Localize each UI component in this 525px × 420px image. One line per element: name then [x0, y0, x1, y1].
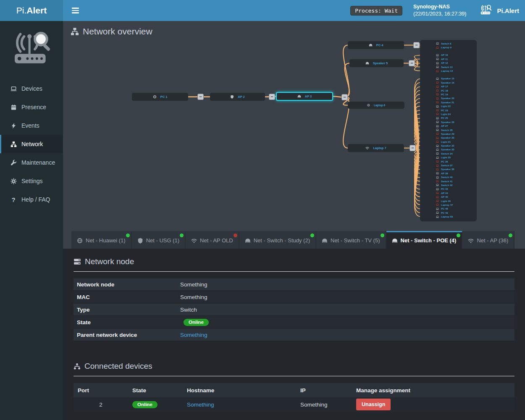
menu-toggle-button[interactable]: [66, 8, 85, 13]
device-icon: [436, 211, 439, 214]
device-leaf-switch-42[interactable]: Switch 42: [420, 183, 477, 187]
device-leaf-speaker-16[interactable]: Speaker 16: [420, 81, 477, 84]
unassign-button[interactable]: Unassign: [356, 399, 391, 410]
device-leaf-pc-19[interactable]: PC 19: [420, 92, 477, 96]
device-leaf-switch-41[interactable]: Switch 41: [420, 179, 477, 183]
device-leaf-ap-12[interactable]: AP 12: [420, 61, 477, 65]
device-leaf-ap-17[interactable]: AP 17: [420, 85, 477, 89]
device-leaf-pc-43[interactable]: PC 43: [420, 187, 477, 191]
sidebar-item-presence[interactable]: Presence: [0, 98, 63, 116]
device-leaf-speaker-29[interactable]: Speaker 29: [420, 132, 477, 136]
device-icon: [436, 184, 439, 186]
device-leaf-speaker-38[interactable]: Speaker 38: [420, 168, 477, 171]
device-leaf-pc-48[interactable]: PC 48: [420, 207, 477, 211]
collapse-button[interactable]: −: [341, 94, 348, 100]
sidebar-item-network[interactable]: Network: [0, 135, 63, 153]
device-leaf-light-22[interactable]: Light 22: [420, 104, 477, 108]
column-header-ip: IP: [296, 387, 353, 394]
device-leaf-speaker-30[interactable]: Speaker 30: [420, 136, 477, 140]
device-leaf-switch-34[interactable]: Switch 34: [420, 152, 477, 155]
device-label: Laptop 9: [441, 46, 452, 49]
device-leaf-speaker-32[interactable]: Speaker 32: [420, 144, 477, 147]
device-leaf-ap-11[interactable]: AP 11: [420, 57, 477, 61]
tab-net-switch-study-2[interactable]: Net - Switch - Study (2): [239, 231, 316, 249]
device-label: Speaker 29: [441, 133, 454, 135]
collapse-button[interactable]: −: [269, 94, 275, 100]
device-leaf-speaker-33[interactable]: Speaker 33: [420, 148, 477, 152]
tab-net-switch-poe-4[interactable]: Net - Switch - POE (4): [386, 231, 463, 249]
main-content: Network overview PC 1AP 2AP 3PC 4Speaker…: [63, 21, 525, 420]
tab-net-switch-tv-5[interactable]: Net - Switch - TV (5): [316, 231, 386, 249]
collapse-button[interactable]: −: [410, 145, 416, 151]
device-leaf-pc-36[interactable]: PC 36: [420, 160, 477, 163]
device-leaf-light-46[interactable]: Light 46: [420, 199, 477, 203]
sidebar-item-devices[interactable]: Devices: [0, 79, 63, 98]
network-node-laptop-6[interactable]: Laptop 6: [348, 102, 404, 109]
node-label: AP 3: [305, 94, 312, 98]
row-value-text: Something: [180, 294, 207, 300]
tab-net-ap-old[interactable]: Net - AP OLD: [186, 231, 239, 249]
device-leaf-speaker-20[interactable]: Speaker 20: [420, 97, 477, 100]
device-leaf-light-24[interactable]: Light 24: [420, 112, 477, 116]
sidebar-item-events[interactable]: Events: [0, 116, 63, 135]
sitemap-icon: [10, 141, 17, 147]
collapse-button[interactable]: −: [409, 60, 415, 66]
brand-prefix: Pi.: [16, 5, 27, 16]
device-leaf-speaker-15[interactable]: Speaker 15: [420, 77, 477, 81]
network-node-ap-2[interactable]: AP 2: [210, 93, 265, 101]
device-label: Laptop 50: [441, 215, 453, 218]
device-leaf-light-31[interactable]: Light 31: [420, 140, 477, 144]
device-leaf-switch-37[interactable]: Switch 37: [420, 163, 477, 167]
device-leaf-speaker-21[interactable]: Speaker 21: [420, 100, 477, 104]
device-leaf-ap-27[interactable]: AP 27: [420, 124, 477, 128]
device-label: PC 25: [441, 117, 448, 119]
device-leaf-laptop-9[interactable]: Laptop 9: [420, 45, 477, 49]
brand-logo[interactable]: Pi.Alert: [0, 0, 63, 21]
row-label: Parent network device: [74, 332, 179, 338]
sidebar-item-label: Maintenance: [21, 159, 55, 166]
device-leaf-speaker-26[interactable]: Speaker 26: [420, 120, 477, 124]
device-leaf-laptop-47[interactable]: Laptop 47: [420, 203, 477, 207]
sidebar-item-maintenance[interactable]: Maintenance: [0, 153, 63, 172]
device-leaf-ap-10[interactable]: AP 10: [420, 53, 477, 57]
sidebar-item-help-faq[interactable]: ?Help / FAQ: [0, 190, 63, 209]
device-leaf-ap-44[interactable]: AP 44: [420, 191, 477, 195]
device-leaf-ap-45[interactable]: AP 45: [420, 195, 477, 199]
collapse-button[interactable]: −: [413, 42, 420, 48]
device-leaf-laptop-50[interactable]: Laptop 50: [420, 215, 477, 218]
device-icon: [436, 54, 439, 57]
network-node-speaker-5[interactable]: Speaker 5: [349, 59, 404, 67]
device-leaf-pc-25[interactable]: PC 25: [420, 116, 477, 120]
device-leaf-laptop-14[interactable]: Laptop 14: [420, 69, 477, 73]
tab-net-usg-1[interactable]: Net - USG (1): [132, 231, 186, 249]
device-label: PC 18: [441, 89, 448, 92]
brand-bold: Alert: [26, 5, 47, 16]
network-node-pc-4[interactable]: PC 4: [348, 41, 404, 49]
sidebar-item-settings[interactable]: Settings: [0, 172, 63, 190]
device-leaf-pc-18[interactable]: PC 18: [420, 89, 477, 92]
hostname-link[interactable]: Something: [187, 402, 214, 408]
device-leaf-pc-49[interactable]: PC 49: [420, 211, 477, 215]
status-dot-green: [310, 234, 314, 237]
network-node-pc-1[interactable]: PC 1: [132, 93, 188, 101]
device-leaf-ap-39[interactable]: AP 39: [420, 171, 477, 175]
device-label: Switch 42: [441, 184, 453, 186]
server-icon: [74, 258, 81, 265]
device-label: Switch 37: [441, 164, 453, 167]
online-badge: Online: [184, 319, 209, 326]
device-leaf-light-35[interactable]: Light 35: [420, 156, 477, 160]
device-leaf-switch-8[interactable]: Switch 8: [420, 42, 477, 45]
collapse-button[interactable]: −: [197, 94, 204, 100]
tab-net-huawei-1[interactable]: Net - Huawei (1): [71, 231, 132, 249]
tab-net-ap-36[interactable]: Net - AP (36): [462, 231, 514, 249]
parent-device-link[interactable]: Something: [180, 332, 207, 338]
device-icon: [436, 89, 439, 92]
device-label: Switch 28: [441, 129, 453, 131]
device-leaf-switch-13[interactable]: Switch 13: [420, 65, 477, 69]
device-leaf-switch-40[interactable]: Switch 40: [420, 176, 477, 179]
sidebar-item-label: Events: [21, 122, 39, 129]
network-node-laptop-7[interactable]: Laptop 7: [348, 144, 404, 152]
network-node-ap-3[interactable]: AP 3: [276, 92, 333, 101]
device-leaf-pc-23[interactable]: PC 23: [420, 108, 477, 112]
device-leaf-switch-28[interactable]: Switch 28: [420, 128, 477, 132]
